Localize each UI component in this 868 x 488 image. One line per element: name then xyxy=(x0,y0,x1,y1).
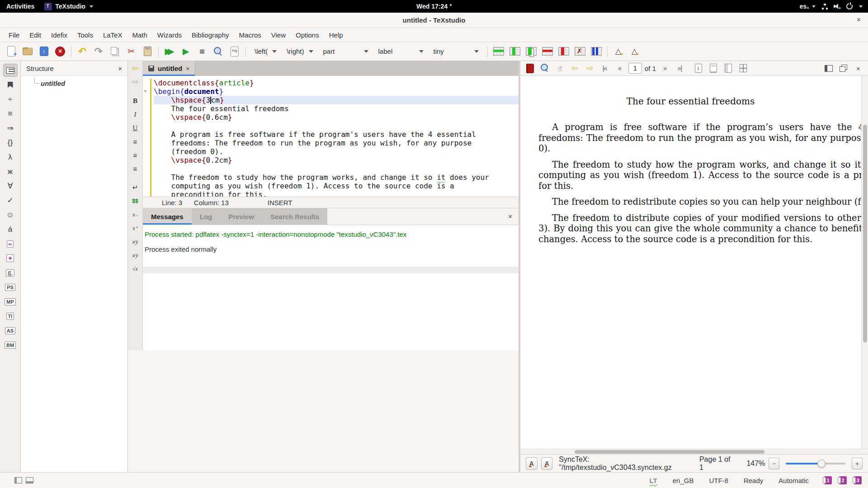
next-page-icon[interactable]: » xyxy=(659,62,671,74)
build-and-view-icon[interactable]: ▶▶ xyxy=(163,45,176,58)
toggle-bottom-panel-icon[interactable] xyxy=(26,477,33,483)
app-menu[interactable]: TeXstudio xyxy=(44,3,93,10)
menu-macros[interactable]: Macros xyxy=(234,29,266,41)
open-document-icon[interactable] xyxy=(21,45,34,58)
keyboard-layout-indicator[interactable]: es₁ xyxy=(800,3,816,10)
math-arrows-icon[interactable]: ⇒ xyxy=(3,122,18,135)
add-table-column-icon[interactable] xyxy=(508,45,522,58)
zoom-out-button[interactable]: − xyxy=(769,458,779,469)
symbols-misc-icon[interactable]: ☺ xyxy=(3,208,18,221)
menu-idefix[interactable]: Idefix xyxy=(46,29,72,41)
page-number-input[interactable]: 1 xyxy=(628,63,642,74)
view-pdf-icon[interactable] xyxy=(212,45,225,58)
math-relations-icon[interactable]: ≡ xyxy=(3,107,18,120)
menu-tools[interactable]: Tools xyxy=(72,29,98,41)
compile-icon[interactable]: ▶ xyxy=(179,45,193,58)
code-editor[interactable]: ▾ \documentclass{article}\begin{document… xyxy=(143,76,519,197)
newline-icon[interactable]: ↵ xyxy=(129,182,141,193)
font-embed-toggle-b[interactable]: A xyxy=(541,457,553,470)
add-table-row-icon[interactable] xyxy=(492,45,505,58)
encoding-indicator[interactable]: UTF-8 xyxy=(709,477,728,484)
redo-icon[interactable]: ↷ xyxy=(92,45,105,58)
align-left-icon[interactable]: ≡ xyxy=(129,136,141,147)
square-root-icon[interactable]: √x xyxy=(129,263,141,274)
grid-mode-icon[interactable] xyxy=(737,62,749,74)
right-delimiter-combo[interactable]: \right) xyxy=(282,46,317,57)
tikz-panel-icon[interactable]: TI xyxy=(3,310,18,323)
menu-view[interactable]: View xyxy=(266,29,291,41)
editor-tab-close-icon[interactable]: × xyxy=(186,65,189,72)
jump-forward-icon[interactable]: ⇨ xyxy=(129,76,141,87)
asymptote-panel-icon[interactable]: AS xyxy=(3,324,18,337)
previous-page-icon[interactable]: « xyxy=(613,62,626,74)
next-warning-icon[interactable]: △▸ xyxy=(628,45,642,58)
align-right-icon[interactable]: ≡ xyxy=(129,163,141,174)
language-indicator[interactable]: en_GB xyxy=(673,477,694,484)
fraction-icon[interactable]: x∕y xyxy=(129,250,141,261)
menu-options[interactable]: Options xyxy=(291,29,324,41)
align-table-columns-icon[interactable] xyxy=(590,45,603,58)
remove-table-cells-icon[interactable] xyxy=(573,45,587,58)
special-symbols-icon[interactable]: ∗ xyxy=(3,252,18,265)
languagetool-indicator[interactable]: LT xyxy=(650,477,657,484)
underline-icon[interactable]: U xyxy=(129,122,141,133)
toggle-toc-icon[interactable] xyxy=(524,62,536,74)
go-forward-icon[interactable]: ⇨ xyxy=(584,62,596,74)
activities-button[interactable]: Activities xyxy=(6,3,34,10)
last-page-icon[interactable]: »| xyxy=(674,62,686,74)
tab-messages[interactable]: Messages xyxy=(143,208,192,225)
tab-log[interactable]: Log xyxy=(192,208,221,225)
structure-close-button[interactable]: × xyxy=(118,65,122,72)
bookmark-2-icon[interactable]: 2 xyxy=(839,476,847,484)
pan-tool-icon[interactable]: ☝ xyxy=(554,62,566,74)
zoom-tool-icon[interactable] xyxy=(539,62,551,74)
inline-math-icon[interactable]: $$ xyxy=(129,196,141,206)
previous-warning-icon[interactable]: △◂ xyxy=(612,45,625,58)
pdf-page-view[interactable]: The four essential freedoms A program is… xyxy=(520,76,868,449)
remove-table-row-icon[interactable] xyxy=(541,45,554,58)
new-document-icon[interactable] xyxy=(5,45,18,58)
line-ending-indicator[interactable]: Automatic xyxy=(778,477,809,484)
two-page-mode-icon[interactable] xyxy=(722,62,734,74)
scrollbar-thumb[interactable] xyxy=(575,450,764,454)
close-viewer-icon[interactable]: × xyxy=(852,62,864,74)
go-back-icon[interactable]: ⇦ xyxy=(569,62,581,74)
detach-viewer-icon[interactable] xyxy=(837,62,849,74)
view-log-icon[interactable] xyxy=(228,45,241,58)
menu-bibliography[interactable]: Bibliography xyxy=(187,29,234,41)
menu-wizards[interactable]: Wizards xyxy=(152,29,187,41)
clock[interactable]: Wed 17:24 xyxy=(416,3,452,10)
zoom-slider[interactable] xyxy=(786,458,845,469)
metapost-panel-icon[interactable]: MP xyxy=(3,295,18,308)
italic-icon[interactable]: I xyxy=(129,109,141,120)
menu-help[interactable]: Help xyxy=(324,29,348,41)
remove-table-column-icon[interactable] xyxy=(557,45,571,58)
menu-latex[interactable]: LaTeX xyxy=(98,29,127,41)
reference-combo[interactable]: label xyxy=(374,46,428,57)
first-page-icon[interactable]: |« xyxy=(599,62,611,74)
copy-icon[interactable] xyxy=(108,45,122,58)
math-delimiters-icon[interactable]: {} xyxy=(3,136,18,149)
font-size-combo[interactable]: tiny xyxy=(429,46,483,57)
pdf-horizontal-scrollbar[interactable] xyxy=(520,449,868,454)
align-center-icon[interactable]: ≡ xyxy=(129,150,141,160)
structure-tree[interactable]: untitled xyxy=(21,76,127,472)
checkmarks-icon[interactable]: ✓ xyxy=(3,194,18,207)
cyrillic-letters-icon[interactable]: ж xyxy=(3,165,18,178)
paste-icon[interactable] xyxy=(141,45,154,58)
accented-letters-icon[interactable]: á xyxy=(3,223,18,236)
inline-fraction-icon[interactable]: x⁄y xyxy=(129,236,141,247)
zoom-in-button[interactable]: + xyxy=(852,458,863,469)
menu-file[interactable]: File xyxy=(4,29,24,41)
math-operators-icon[interactable]: ÷ xyxy=(3,93,18,106)
messages-close-button[interactable]: × xyxy=(508,212,512,220)
fold-marker-icon[interactable]: ▾ xyxy=(144,88,147,94)
close-document-icon[interactable] xyxy=(53,45,67,58)
system-tray[interactable]: × xyxy=(822,3,863,9)
toggle-side-panel-icon[interactable] xyxy=(14,477,22,483)
scrollbar-thumb[interactable] xyxy=(863,125,867,343)
zoom-slider-handle[interactable] xyxy=(817,460,826,468)
infinity-symbols-icon[interactable]: ∞ xyxy=(3,237,18,250)
messages-panel[interactable]: Process started: pdflatex -synctex=1 -in… xyxy=(143,225,519,350)
beamer-panel-icon[interactable]: BM xyxy=(3,338,18,352)
